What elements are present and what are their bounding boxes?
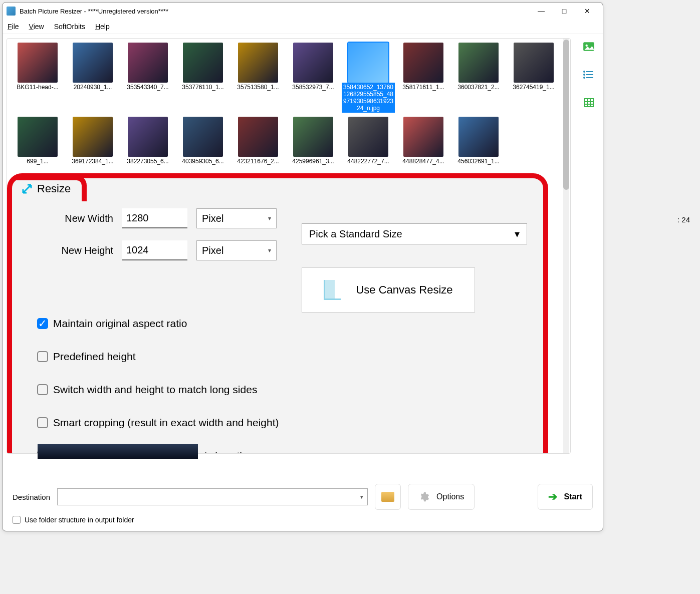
thumbnail-label: 358430652_13760126829555855_489719305986…	[342, 83, 395, 113]
play-icon: ➔	[548, 490, 557, 503]
svg-point-5	[584, 71, 585, 72]
canvas-resize-button[interactable]: Use Canvas Resize	[302, 267, 475, 313]
standard-size-select[interactable]: Pick a Standard Size ▾	[302, 223, 527, 244]
maximize-button[interactable]: □	[553, 3, 576, 20]
menu-view[interactable]: View	[29, 23, 44, 31]
thumbnail-label: 448828477_4...	[397, 158, 450, 165]
thumbnail-item[interactable]: 358430652_13760126829555855_489719305986…	[342, 43, 395, 113]
side-toolbar	[575, 34, 603, 458]
height-unit-select[interactable]: Pixel ▾	[196, 240, 277, 260]
thumbnail-item[interactable]: 20240930_1...	[66, 43, 119, 113]
table-view-icon[interactable]	[582, 96, 595, 109]
thumbnail-label: 353776110_1...	[176, 84, 229, 91]
gear-icon	[418, 491, 429, 502]
menu-help[interactable]: Help	[95, 23, 110, 31]
aspect-ratio-checkbox[interactable]: ✓	[37, 318, 48, 329]
thumbnail-image	[458, 117, 499, 157]
thumbnail-image	[403, 43, 443, 83]
thumbnail-item[interactable]: 423211676_2...	[231, 117, 285, 165]
destination-select[interactable]: ▾	[57, 488, 368, 505]
titlebar: Batch Picture Resizer - ****Unregistered…	[3, 3, 603, 20]
thumbnail-item[interactable]: 699_1...	[11, 117, 64, 165]
thumbnail-item[interactable]: 358171611_1...	[397, 43, 450, 113]
thumbnail-label: 353543340_7...	[121, 84, 174, 91]
aspect-ratio-label: Maintain original aspect ratio	[53, 318, 187, 330]
predefined-height-label: Predefined height	[53, 351, 136, 363]
smart-crop-label: Smart cropping (result in exact width an…	[53, 417, 279, 429]
thumbnail-label: 699_1...	[11, 158, 64, 165]
window-title: Batch Picture Resizer - ****Unregistered…	[20, 8, 168, 15]
height-label: New Height	[37, 245, 122, 256]
thumbnail-label: 358532973_7...	[287, 84, 340, 91]
thumbnail-item[interactable]: 403959305_6...	[176, 117, 229, 165]
thumbnail-label: 357513580_1...	[231, 84, 285, 91]
height-input[interactable]	[122, 240, 187, 260]
menubar: File View SoftOrbits Help	[3, 20, 603, 34]
thumbnail-image	[183, 43, 223, 83]
thumbnail-item[interactable]: 382273055_6...	[121, 117, 174, 165]
minimize-button[interactable]: —	[530, 3, 553, 20]
svg-point-1	[586, 45, 588, 47]
thumbnail-item[interactable]: 357513580_1...	[231, 43, 285, 113]
thumbnail-scrollbar[interactable]	[563, 39, 569, 453]
thumbnail-label: 382273055_6...	[121, 158, 174, 165]
chevron-down-icon: ▾	[268, 215, 271, 222]
list-view-icon[interactable]	[582, 68, 595, 81]
browse-folder-button[interactable]	[375, 484, 401, 510]
close-button[interactable]: ✕	[576, 3, 599, 20]
image-view-icon[interactable]	[582, 40, 595, 53]
thumbnail-item[interactable]: 448222772_7...	[342, 117, 395, 165]
use-folder-structure-label: Use folder structure in output folder	[25, 516, 134, 524]
resize-tab[interactable]: Resize	[16, 175, 87, 201]
thumbnail-image	[18, 117, 58, 157]
folder-icon	[381, 492, 394, 502]
thumbnail-image	[18, 43, 58, 83]
thumbnail-image	[183, 117, 223, 157]
options-button[interactable]: Options	[408, 484, 475, 510]
thumbnail-label: BKG11-head-...	[11, 84, 64, 91]
thumbnail-image	[403, 117, 443, 157]
thumbnail-image	[348, 117, 388, 157]
thumbnail-image	[238, 117, 278, 157]
thumbnail-image	[128, 117, 168, 157]
svg-rect-8	[584, 99, 593, 107]
thumbnail-item[interactable]: 362745419_1...	[507, 43, 560, 113]
switch-sides-checkbox[interactable]	[37, 384, 48, 395]
thumbnail-item[interactable]: 448828477_4...	[397, 117, 450, 165]
thumbnail-item[interactable]: 358532973_7...	[287, 43, 340, 113]
thumbnail-image	[73, 117, 113, 157]
width-input[interactable]	[122, 208, 187, 228]
thumbnail-item[interactable]: 353543340_7...	[121, 43, 174, 113]
partial-thumbnail	[38, 444, 198, 459]
menu-softorbits[interactable]: SoftOrbits	[54, 23, 85, 31]
count-label: : 24	[677, 215, 690, 224]
thumbnail-item[interactable]: 360037821_2...	[452, 43, 505, 113]
width-unit-select[interactable]: Pixel ▾	[196, 208, 277, 228]
thumbnail-label: 423211676_2...	[231, 158, 285, 165]
thumbnail-image	[73, 43, 113, 83]
predefined-height-checkbox[interactable]	[37, 351, 48, 362]
use-folder-structure-checkbox[interactable]	[13, 516, 21, 524]
thumbnail-item[interactable]: BKG11-head-...	[11, 43, 64, 113]
main-window: Batch Picture Resizer - ****Unregistered…	[2, 2, 603, 531]
thumbnail-item[interactable]: 369172384_1...	[66, 117, 119, 165]
thumbnail-item[interactable]: 425996961_3...	[287, 117, 340, 165]
thumbnail-image	[238, 43, 278, 83]
thumbnail-item[interactable]: 353776110_1...	[176, 43, 229, 113]
start-button[interactable]: ➔ Start	[538, 484, 593, 510]
svg-point-7	[584, 77, 585, 78]
thumbnail-label: 448222772_7...	[342, 158, 395, 165]
chevron-down-icon: ▾	[515, 228, 520, 240]
app-icon	[7, 7, 16, 16]
chevron-down-icon: ▾	[360, 494, 363, 500]
thumbnail-label: 369172384_1...	[66, 158, 119, 165]
thumbnail-image	[514, 43, 554, 83]
thumbnail-item[interactable]: 456032691_1...	[452, 117, 505, 165]
thumbnail-image	[458, 43, 499, 83]
thumbnail-image	[293, 117, 333, 157]
footer-bar: Destination ▾ Options ➔ Start	[3, 478, 603, 516]
thumbnail-image	[128, 43, 168, 83]
menu-file[interactable]: File	[8, 23, 19, 31]
smart-crop-checkbox[interactable]	[37, 417, 48, 428]
thumbnail-image	[348, 43, 388, 83]
